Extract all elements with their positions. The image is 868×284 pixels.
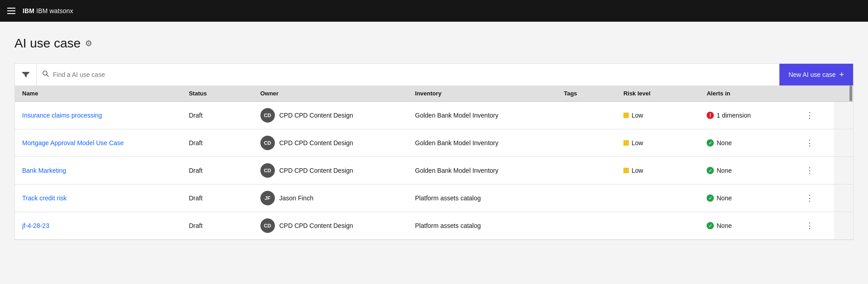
alert-text: None (717, 139, 731, 147)
scroll-cell (834, 212, 853, 240)
page-title-row: AI use case ⚙ (14, 36, 854, 51)
risk-cell: Low (616, 102, 699, 129)
table-row: Bank MarketingDraftCDCPD CPD Content Des… (15, 157, 853, 185)
hamburger-menu-icon[interactable] (7, 8, 15, 14)
owner-name: Jason Finch (279, 194, 313, 202)
owner-name: CPD CPD Content Design (279, 222, 353, 229)
risk-cell: Low (616, 129, 699, 157)
owner-avatar: CD (260, 108, 275, 123)
col-header-risk: Risk level (616, 85, 699, 102)
search-input[interactable] (53, 71, 774, 78)
owner-cell: CDCPD CPD Content Design (253, 102, 408, 129)
alerts-cell: ✓None (699, 157, 795, 185)
top-navigation: IBM IBM watsonx (0, 0, 868, 22)
inventory-cell: Platform assets catalog (408, 185, 557, 212)
alert-text: 1 dimension (717, 112, 751, 119)
col-header-status: Status (182, 85, 253, 102)
scroll-cell (834, 102, 853, 129)
risk-cell (616, 212, 699, 240)
table-row: Mortgage Approval Model Use CaseDraftCDC… (15, 129, 853, 157)
table-row: Insurance claims processingDraftCDCPD CP… (15, 102, 853, 129)
new-use-case-button[interactable]: New AI use case + (779, 64, 853, 85)
tags-cell (557, 129, 616, 157)
inventory-cell: Platform assets catalog (408, 212, 557, 240)
brand-logo: IBM IBM watsonx (23, 7, 73, 14)
use-case-name-link[interactable]: Insurance claims processing (22, 112, 102, 119)
use-case-name-link[interactable]: jf-4-28-23 (22, 222, 49, 229)
search-bar (37, 70, 779, 79)
table-header-row: Name Status Owner Inventory Tags Risk le… (15, 85, 853, 102)
overflow-menu-cell: ⋮ (795, 129, 834, 157)
inventory-cell: Golden Bank Model Inventory (408, 129, 557, 157)
use-case-name-link[interactable]: Track credit risk (22, 194, 66, 202)
toolbar: New AI use case + (14, 63, 854, 85)
tags-cell (557, 212, 616, 240)
settings-icon[interactable]: ⚙ (85, 38, 92, 48)
filter-button[interactable] (15, 64, 37, 85)
risk-cell (616, 185, 699, 212)
inventory-cell: Golden Bank Model Inventory (408, 102, 557, 129)
col-header-scroll (834, 85, 853, 102)
status-cell: Draft (182, 129, 253, 157)
alert-text: None (717, 194, 731, 202)
overflow-menu-button[interactable]: ⋮ (802, 191, 817, 205)
tags-cell (557, 102, 616, 129)
tags-cell (557, 185, 616, 212)
col-header-overflow (795, 85, 834, 102)
risk-level-text: Low (632, 112, 643, 119)
use-case-name-link[interactable]: Bank Marketing (22, 167, 66, 174)
owner-avatar: JF (260, 191, 275, 205)
alert-text: None (717, 167, 731, 174)
risk-level-text: Low (632, 167, 643, 174)
overflow-menu-cell: ⋮ (795, 102, 834, 129)
svg-point-0 (43, 71, 47, 75)
risk-level-indicator (623, 168, 629, 173)
table-row: Track credit riskDraftJFJason FinchPlatf… (15, 185, 853, 212)
risk-cell: Low (616, 157, 699, 185)
overflow-menu-button[interactable]: ⋮ (802, 109, 817, 122)
alerts-cell: ✓None (699, 129, 795, 157)
col-header-inventory: Inventory (408, 85, 557, 102)
owner-cell: CDCPD CPD Content Design (253, 129, 408, 157)
overflow-menu-cell: ⋮ (795, 157, 834, 185)
table-row: jf-4-28-23DraftCDCPD CPD Content DesignP… (15, 212, 853, 240)
alert-ok-icon: ✓ (707, 194, 714, 202)
status-cell: Draft (182, 157, 253, 185)
inventory-cell: Golden Bank Model Inventory (408, 157, 557, 185)
overflow-menu-button[interactable]: ⋮ (802, 164, 817, 177)
filter-icon (22, 71, 29, 78)
page-container: AI use case ⚙ New AI use case + (0, 22, 868, 284)
alerts-cell: !1 dimension (699, 102, 795, 129)
scroll-cell (834, 129, 853, 157)
scroll-cell (834, 185, 853, 212)
col-header-alerts: Alerts in (699, 85, 795, 102)
col-header-name: Name (15, 85, 182, 102)
owner-cell: CDCPD CPD Content Design (253, 212, 408, 240)
tags-cell (557, 157, 616, 185)
overflow-menu-button[interactable]: ⋮ (802, 219, 817, 232)
overflow-menu-button[interactable]: ⋮ (802, 136, 817, 150)
alert-error-icon: ! (707, 112, 714, 119)
use-case-name-link[interactable]: Mortgage Approval Model Use Case (22, 139, 124, 147)
page-title: AI use case (14, 36, 80, 51)
alerts-cell: ✓None (699, 185, 795, 212)
status-cell: Draft (182, 102, 253, 129)
owner-avatar: CD (260, 218, 275, 233)
owner-avatar: CD (260, 163, 275, 178)
status-cell: Draft (182, 212, 253, 240)
alerts-cell: ✓None (699, 212, 795, 240)
owner-name: CPD CPD Content Design (279, 167, 353, 174)
owner-name: CPD CPD Content Design (279, 112, 353, 119)
alert-ok-icon: ✓ (707, 167, 714, 174)
svg-line-1 (47, 75, 49, 77)
alert-ok-icon: ✓ (707, 222, 714, 229)
col-header-tags: Tags (557, 85, 616, 102)
alert-text: None (717, 222, 731, 229)
owner-name: CPD CPD Content Design (279, 139, 353, 147)
risk-level-text: Low (632, 139, 643, 147)
risk-level-indicator (623, 113, 629, 118)
owner-cell: JFJason Finch (253, 185, 408, 212)
risk-level-indicator (623, 140, 629, 146)
owner-avatar: CD (260, 136, 275, 150)
owner-cell: CDCPD CPD Content Design (253, 157, 408, 185)
